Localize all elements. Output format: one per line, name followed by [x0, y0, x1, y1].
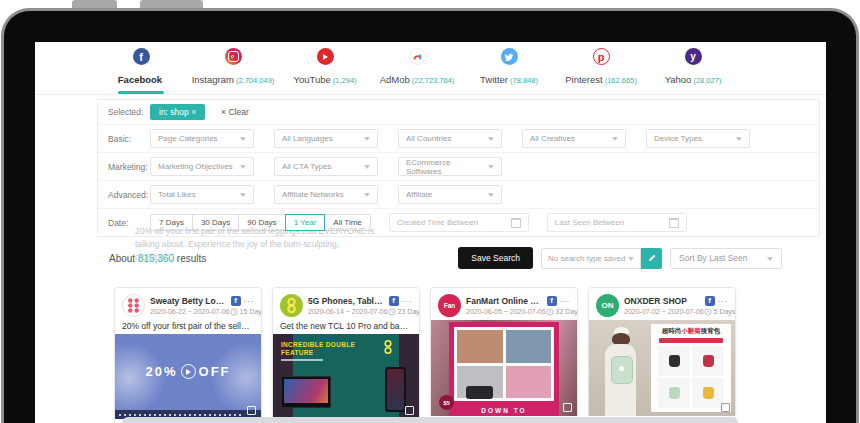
- chevron-down-icon: [488, 137, 494, 144]
- dropdown-total-likes[interactable]: Total Likes: [150, 185, 254, 204]
- tab-label: Twitter: [480, 74, 508, 85]
- price-badge: $5: [439, 395, 454, 410]
- ad-card[interactable]: 5G Phones, Tablets & SIMs | ... 2020-06-…: [272, 287, 420, 423]
- selected-chip[interactable]: in: shop: [150, 104, 205, 120]
- days-active: 23 Days: [388, 308, 420, 316]
- advertiser-avatar: [122, 294, 145, 317]
- app-screen: Facebook Instagram(2,704,049) YouTube(1,…: [35, 42, 826, 423]
- dropdown-page-categories[interactable]: Page Categories: [150, 129, 254, 148]
- tab-count: (28,027): [693, 76, 721, 85]
- tab-count: (78,848): [510, 76, 538, 85]
- calendar-icon: [511, 218, 521, 228]
- save-search-button[interactable]: Save Search: [458, 247, 533, 269]
- advertiser-name[interactable]: FanMart Online Shopping - F...: [466, 296, 544, 306]
- selected-label: Selected:: [108, 107, 150, 117]
- facebook-badge-icon: [231, 296, 241, 306]
- tab-label: Pinterest: [565, 74, 603, 85]
- tab-count: (162,665): [605, 76, 637, 85]
- instagram-icon: [225, 48, 242, 65]
- backpack-graphic: [611, 356, 633, 384]
- ad-creative[interactable]: 超時尚小雛菊後背包: [589, 320, 735, 416]
- created-time-between-input[interactable]: Created Time Between: [389, 213, 529, 232]
- advertiser-name[interactable]: Sweaty Betty London | Wom...: [150, 296, 228, 306]
- more-menu-icon[interactable]: [244, 296, 255, 306]
- saved-search-dropdown[interactable]: No search type saved: [541, 248, 641, 269]
- days-active: 32 Days: [546, 308, 578, 316]
- ad-card[interactable]: Fan FanMart Online Shopping - F... 2020-…: [430, 287, 578, 423]
- creative-text: 20%: [145, 364, 177, 379]
- tab-youtube[interactable]: YouTube(1,294): [279, 48, 371, 94]
- date-option-1year[interactable]: 1 Year: [285, 214, 326, 231]
- facebook-badge-icon: [705, 296, 715, 306]
- play-icon[interactable]: [181, 364, 196, 379]
- clock-icon: [230, 308, 238, 316]
- dropdown-affiliate[interactable]: Affiliate: [398, 185, 502, 204]
- clear-filters-button[interactable]: × Clear: [221, 107, 249, 117]
- more-menu-icon[interactable]: [718, 296, 729, 306]
- chevron-down-icon: [488, 165, 494, 172]
- expand-icon[interactable]: [721, 403, 730, 412]
- tab-instagram[interactable]: Instagram(2,704,049): [187, 48, 279, 94]
- ad-creative[interactable]: DOWN TO $5: [431, 320, 577, 416]
- tab-admob[interactable]: AdMob(22,723,764): [371, 48, 463, 94]
- expand-icon[interactable]: [563, 403, 572, 412]
- twitter-icon: [501, 48, 518, 65]
- facebook-badge-icon: [547, 296, 557, 306]
- advanced-label: Advanced:: [108, 190, 150, 200]
- tab-count: (22,723,764): [412, 76, 455, 85]
- creative-text: INCREDIBLE DOUBLE: [281, 341, 355, 348]
- dropdown-affiliate-networks[interactable]: Affiliate Networks: [274, 185, 378, 204]
- tab-yahoo[interactable]: Yahoo(28,027): [647, 48, 739, 94]
- banner-graphic: [659, 338, 723, 343]
- dropdown-all-creatives[interactable]: All Creatives: [522, 129, 626, 148]
- sort-dropdown[interactable]: Sort By Last Seen: [670, 248, 782, 269]
- filter-row-advanced: Advanced: Total Likes Affiliate Networks…: [98, 181, 819, 209]
- days-active: 15 Days: [230, 308, 262, 316]
- ad-creative[interactable]: INCREDIBLE DOUBLE FEATURE: [273, 334, 419, 419]
- chevron-down-icon: [612, 137, 618, 144]
- chevron-down-icon: [364, 137, 370, 144]
- dropdown-ecommerce-softwares[interactable]: ECommerce Softwares: [398, 157, 502, 176]
- clock-icon: [546, 308, 554, 316]
- tab-label: YouTube: [293, 74, 330, 85]
- chevron-down-icon: [240, 137, 246, 144]
- advertiser-name[interactable]: ONXDER SHOP: [624, 296, 702, 306]
- backpack-grid: [653, 345, 729, 409]
- dropdown-all-languages[interactable]: All Languages: [274, 129, 378, 148]
- creative-text: DOWN TO: [449, 407, 559, 414]
- expand-icon[interactable]: [247, 406, 256, 415]
- date-range: 2020-07-02 ~ 2020-07-06: [624, 308, 704, 315]
- tab-label: Instagram: [192, 74, 234, 85]
- chevron-down-icon: [628, 257, 634, 264]
- dropdown-device-types[interactable]: Device Types: [646, 129, 750, 148]
- dropdown-marketing-objectives[interactable]: Marketing Objectives: [150, 157, 254, 176]
- tv-graphic: [281, 376, 331, 408]
- expand-icon[interactable]: [405, 406, 414, 415]
- creative-text: OFF: [199, 364, 231, 379]
- filter-row-marketing: Marketing: Marketing Objectives All CTA …: [98, 153, 819, 181]
- tab-pinterest[interactable]: Pinterest(162,665): [555, 48, 647, 94]
- tab-facebook[interactable]: Facebook: [95, 48, 187, 94]
- more-menu-icon[interactable]: [402, 296, 413, 306]
- clock-icon: [388, 308, 396, 316]
- tab-twitter[interactable]: Twitter(78,848): [463, 48, 555, 94]
- edit-saved-search-button[interactable]: [641, 248, 662, 269]
- ad-card[interactable]: Sweaty Betty London | Wom... 2020-06-22 …: [114, 287, 262, 423]
- ad-creative[interactable]: 20% OFF: [115, 334, 261, 419]
- last-seen-between-input[interactable]: Last Seen Between: [547, 213, 687, 232]
- filter-row-basic: Basic: Page Categories All Languages All…: [98, 125, 819, 153]
- dropdown-cta-types[interactable]: All CTA Types: [274, 157, 378, 176]
- chevron-down-icon: [736, 137, 742, 144]
- chevron-down-icon: [240, 193, 246, 200]
- chevron-down-icon: [488, 193, 494, 200]
- chevron-down-icon: [240, 165, 246, 172]
- advertiser-name[interactable]: 5G Phones, Tablets & SIMs | ...: [308, 296, 386, 306]
- dropdown-all-countries[interactable]: All Countries: [398, 129, 502, 148]
- more-menu-icon[interactable]: [560, 296, 571, 306]
- facebook-badge-icon: [389, 296, 399, 306]
- basic-label: Basic:: [108, 134, 150, 144]
- tab-count: (1,294): [333, 76, 357, 85]
- chevron-down-icon: [364, 165, 370, 172]
- network-tabbar: Facebook Instagram(2,704,049) YouTube(1,…: [35, 42, 826, 95]
- ad-card[interactable]: ON ONXDER SHOP 2020-07-02 ~ 2020-07-06 5…: [588, 287, 736, 423]
